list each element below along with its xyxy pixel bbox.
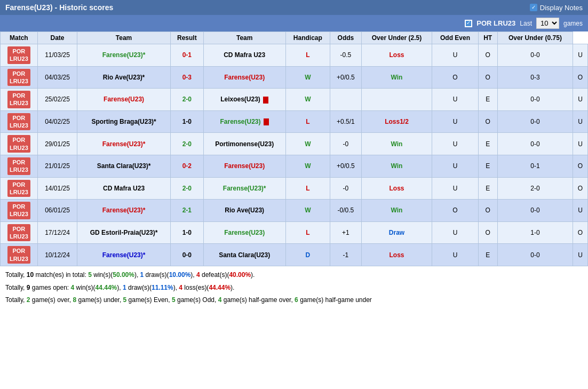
- ht-cell: 0-3: [497, 66, 573, 89]
- summary-text: win(s)(: [92, 271, 113, 279]
- ou25-cell: U: [432, 155, 478, 177]
- team1-cell[interactable]: Santa Clara(U23)*: [77, 155, 170, 177]
- summary-text: ),: [134, 271, 140, 279]
- table-row: PORLRU2310/12/24Farense(U23)*0-0Santa Cl…: [1, 244, 588, 266]
- table-row: PORLRU2314/01/25CD Mafra U232-0Farense(U…: [1, 177, 588, 200]
- odds-cell: Win: [361, 66, 432, 89]
- ou075-cell: U: [573, 244, 588, 266]
- team1-cell[interactable]: Rio Ave(U23)*: [77, 66, 170, 89]
- team2-cell[interactable]: Farense(U23): [203, 155, 285, 177]
- summary-text: ),: [117, 284, 123, 291]
- match-badge-cell: PORLRU23: [1, 110, 38, 133]
- col-oddeven: Odd Even: [432, 32, 478, 44]
- summary-text: 44.44%: [96, 284, 117, 291]
- ou075-cell: O: [573, 66, 588, 89]
- summary-text: ),: [190, 271, 196, 279]
- col-odds: Odds: [330, 32, 361, 44]
- team1-cell[interactable]: Farense(U23)*: [77, 44, 170, 67]
- team2-cell[interactable]: Rio Ave(U23): [203, 200, 285, 222]
- red-card-icon: [264, 118, 269, 125]
- match-badge-cell: PORLRU23: [1, 244, 38, 266]
- match-badge-cell: PORLRU23: [1, 221, 38, 244]
- ou25-cell: U: [432, 89, 478, 111]
- ht-cell: 1-0: [497, 221, 573, 244]
- ou075-cell: O: [573, 221, 588, 244]
- ht-cell: 0-0: [497, 244, 573, 266]
- ou25-cell: O: [432, 200, 478, 222]
- summary-text: 10.00%: [169, 271, 191, 279]
- team1-cell[interactable]: Sporting Braga(U23)*: [77, 110, 170, 133]
- date-cell: 10/12/24: [37, 244, 77, 266]
- summary-text: 50.00%: [113, 271, 134, 279]
- team1-cell[interactable]: Farense(U23): [77, 89, 170, 111]
- score-cell: 2-0: [170, 89, 203, 111]
- match-badge-cell: PORLRU23: [1, 44, 38, 67]
- summary-text: game(s) Odd,: [176, 296, 218, 304]
- oddeven-cell: E: [478, 89, 497, 111]
- handicap-cell: [330, 89, 361, 111]
- summary-text: 40.00%: [229, 271, 251, 279]
- team2-cell[interactable]: Leixoes(U23): [203, 89, 285, 111]
- ht-cell: 0-0: [497, 200, 573, 222]
- team1-cell[interactable]: Farense(U23)*: [77, 200, 170, 222]
- odds-cell: Loss: [361, 177, 432, 200]
- table-row: PORLRU2304/03/25Rio Ave(U23)*0-3Farense(…: [1, 66, 588, 89]
- odds-cell: Win: [361, 200, 432, 222]
- date-cell: 21/01/25: [37, 155, 77, 177]
- match-badge-cell: PORLRU23: [1, 155, 38, 177]
- team1-cell[interactable]: Farense(U23)*: [77, 133, 170, 155]
- team2-cell[interactable]: Farense(U23): [203, 221, 285, 244]
- odds-cell: Loss1/2: [361, 110, 432, 133]
- summary-text: games open:: [30, 284, 70, 291]
- ou075-cell: U: [573, 89, 588, 111]
- team2-cell[interactable]: Portimonense(U23): [203, 133, 285, 155]
- last-games-select[interactable]: 51015202530: [536, 18, 559, 29]
- team1-cell[interactable]: Farense(U23)*: [77, 244, 170, 266]
- result-cell: W: [285, 133, 330, 155]
- handicap-cell: -0: [330, 133, 361, 155]
- match-badge-cell: PORLRU23: [1, 133, 38, 155]
- red-card-icon: [263, 97, 268, 104]
- ht-cell: 0-1: [497, 155, 573, 177]
- handicap-cell: -0/0.5: [330, 200, 361, 222]
- result-cell: W: [285, 155, 330, 177]
- team2-cell[interactable]: Farense(U23): [203, 110, 285, 133]
- team2-cell[interactable]: Farense(U23): [203, 66, 285, 89]
- date-cell: 06/01/25: [37, 200, 77, 222]
- team1-cell[interactable]: GD Estoril-Praia(U23)*: [77, 221, 170, 244]
- summary-text: loss(es)(: [182, 284, 209, 291]
- summary-text: game(s) Even,: [126, 296, 172, 304]
- display-notes-label: Display Notes: [540, 4, 583, 12]
- summary-text: game(s) over,: [30, 296, 73, 304]
- team2-cell[interactable]: Santa Clara(U23): [203, 244, 285, 266]
- handicap-cell: +0/0.5: [330, 155, 361, 177]
- col-ht: HT: [478, 32, 497, 44]
- match-badge: PORLRU23: [7, 202, 30, 219]
- ht-cell: 0-0: [497, 89, 573, 111]
- score-cell: 1-0: [170, 221, 203, 244]
- handicap-cell: +1: [330, 221, 361, 244]
- handicap-cell: +0/0.5: [330, 66, 361, 89]
- team1-cell[interactable]: CD Mafra U23: [77, 177, 170, 200]
- col-ou075: Over Under (0.75): [497, 32, 573, 44]
- ou075-cell: U: [573, 44, 588, 67]
- result-cell: W: [285, 200, 330, 222]
- display-notes-check-icon[interactable]: ✓: [530, 4, 537, 11]
- oddeven-cell: O: [478, 200, 497, 222]
- last-label: Last: [520, 20, 532, 27]
- oddeven-cell: O: [478, 110, 497, 133]
- ou075-cell: O: [573, 177, 588, 200]
- table-row: PORLRU2321/01/25Santa Clara(U23)*0-2Fare…: [1, 155, 588, 177]
- col-handicap: Handicap: [285, 32, 330, 44]
- oddeven-cell: O: [478, 221, 497, 244]
- match-badge-cell: PORLRU23: [1, 66, 38, 89]
- team2-cell[interactable]: Farense(U23)*: [203, 177, 285, 200]
- score-cell: 2-0: [170, 177, 203, 200]
- odds-cell: [361, 89, 432, 111]
- oddeven-cell: E: [478, 177, 497, 200]
- handicap-cell: -1: [330, 244, 361, 266]
- filter-checkbox[interactable]: [465, 20, 472, 27]
- team2-cell[interactable]: CD Mafra U23: [203, 44, 285, 67]
- summary-text: 5: [172, 296, 176, 304]
- summary-text: defeat(s)(: [200, 271, 229, 279]
